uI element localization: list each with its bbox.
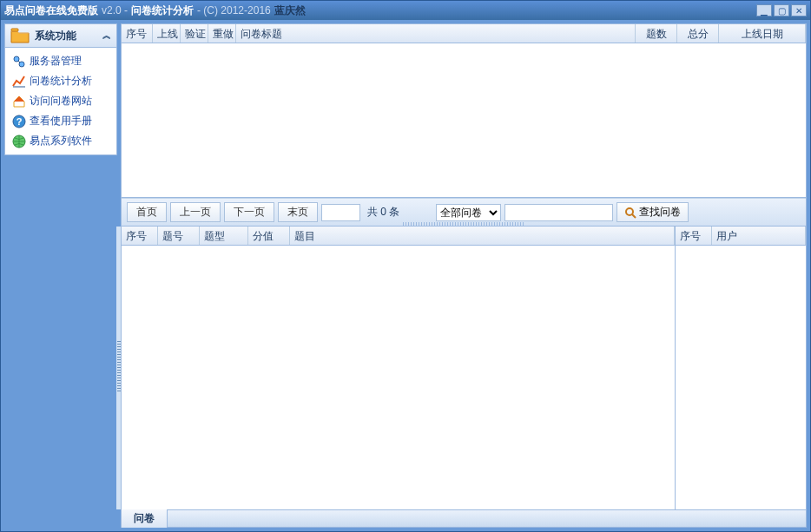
first-page-button[interactable]: 首页 <box>127 202 167 222</box>
sidebar-item-label: 访问问卷网站 <box>30 94 92 108</box>
survey-grid-body[interactable] <box>122 43 806 197</box>
title-author: 蓝庆然 <box>274 3 306 18</box>
sidebar-header[interactable]: 系统功能 ︽ <box>5 24 116 48</box>
svg-rect-0 <box>11 29 18 31</box>
search-input[interactable] <box>504 204 613 221</box>
col-title[interactable]: 问卷标题 <box>236 24 636 43</box>
user-grid-body[interactable] <box>676 246 806 509</box>
col-u-user[interactable]: 用户 <box>712 227 806 245</box>
chart-icon <box>12 75 26 89</box>
sidebar-item-label: 问卷统计分析 <box>30 74 92 89</box>
detail-split: 序号 题号 题型 分值 题目 序号 用户 <box>122 227 806 509</box>
server-icon <box>12 55 26 69</box>
survey-grid-header: 序号 上线 验证 重做 问卷标题 题数 总分 上线日期 <box>122 24 806 43</box>
sidebar-item-analysis[interactable]: 问卷统计分析 <box>5 71 116 91</box>
title-version: v2.0 - <box>102 4 128 16</box>
sidebar-list: 服务器管理 问卷统计分析 访问问卷网站 ? 查看使用手册 <box>5 48 116 154</box>
count-label: 共 0 条 <box>367 205 399 220</box>
col-q-score[interactable]: 分值 <box>248 227 290 245</box>
prev-page-button[interactable]: 上一页 <box>170 202 221 222</box>
col-q-num[interactable]: 题号 <box>158 227 200 245</box>
sidebar-item-label: 服务器管理 <box>30 54 82 69</box>
sidebar: 系统功能 ︽ 服务器管理 问卷统计分析 访问问卷网站 <box>1 20 121 531</box>
maximize-button[interactable]: ▢ <box>774 4 789 16</box>
sidebar-panel: 系统功能 ︽ 服务器管理 问卷统计分析 访问问卷网站 <box>4 23 117 155</box>
minimize-button[interactable]: ▁ <box>756 4 772 16</box>
sidebar-title: 系统功能 <box>35 29 76 43</box>
globe-icon <box>12 135 26 148</box>
col-u-index[interactable]: 序号 <box>676 227 712 245</box>
sidebar-item-label: 易点系列软件 <box>30 134 92 148</box>
pagination-toolbar: 首页 上一页 下一页 末页 共 0 条 全部问卷 查找问卷 <box>122 198 806 227</box>
question-grid-body[interactable] <box>122 246 675 509</box>
search-button[interactable]: 查找问卷 <box>616 202 689 222</box>
page-spinner[interactable] <box>321 204 360 221</box>
user-panel: 序号 用户 <box>676 227 806 509</box>
col-redo[interactable]: 重做 <box>208 24 236 43</box>
sidebar-item-products[interactable]: 易点系列软件 <box>5 131 116 151</box>
question-panel: 序号 题号 题型 分值 题目 <box>122 227 676 509</box>
last-page-button[interactable]: 末页 <box>278 202 318 222</box>
filter-select[interactable]: 全部问卷 <box>436 204 501 221</box>
app-body: 系统功能 ︽ 服务器管理 问卷统计分析 访问问卷网站 <box>1 20 810 531</box>
home-icon <box>12 95 26 108</box>
titlebar: 易点问卷在线免费版 v2.0 - 问卷统计分析 - (C) 2012-2016 … <box>1 1 810 20</box>
title-copyright: - (C) 2012-2016 <box>197 4 271 16</box>
status-tab[interactable]: 问卷 <box>122 509 168 528</box>
sidebar-item-visit[interactable]: 访问问卷网站 <box>5 91 116 111</box>
question-grid-header: 序号 题号 题型 分值 题目 <box>122 227 675 246</box>
collapse-icon[interactable]: ︽ <box>102 30 111 42</box>
search-icon <box>624 207 636 219</box>
survey-grid: 序号 上线 验证 重做 问卷标题 题数 总分 上线日期 <box>122 24 806 198</box>
title-main: 易点问卷在线免费版 <box>4 3 98 18</box>
col-q-index[interactable]: 序号 <box>122 227 158 245</box>
vgrip-icon <box>117 339 121 391</box>
folder-icon <box>10 28 30 43</box>
col-qcount[interactable]: 题数 <box>636 24 677 43</box>
user-grid-header: 序号 用户 <box>676 227 806 246</box>
help-icon: ? <box>12 115 26 128</box>
svg-point-6 <box>626 208 633 215</box>
app-window: 易点问卷在线免费版 v2.0 - 问卷统计分析 - (C) 2012-2016 … <box>0 0 811 532</box>
title-section: 问卷统计分析 <box>131 3 194 18</box>
col-verify[interactable]: 验证 <box>181 24 208 43</box>
close-button[interactable]: ✕ <box>791 4 807 16</box>
col-q-type[interactable]: 题型 <box>200 227 248 245</box>
col-index[interactable]: 序号 <box>122 24 153 43</box>
svg-text:?: ? <box>16 116 23 127</box>
col-score[interactable]: 总分 <box>677 24 719 43</box>
col-q-title[interactable]: 题目 <box>290 227 675 245</box>
col-date[interactable]: 上线日期 <box>719 24 806 43</box>
sidebar-item-manual[interactable]: ? 查看使用手册 <box>5 111 116 131</box>
statusbar: 问卷 <box>122 509 806 527</box>
content: 序号 上线 验证 重做 问卷标题 题数 总分 上线日期 首页 上一页 下一页 末… <box>121 23 807 528</box>
sidebar-item-server[interactable]: 服务器管理 <box>5 51 116 71</box>
col-online[interactable]: 上线 <box>153 24 181 43</box>
next-page-button[interactable]: 下一页 <box>224 202 274 222</box>
sidebar-item-label: 查看使用手册 <box>30 114 92 128</box>
